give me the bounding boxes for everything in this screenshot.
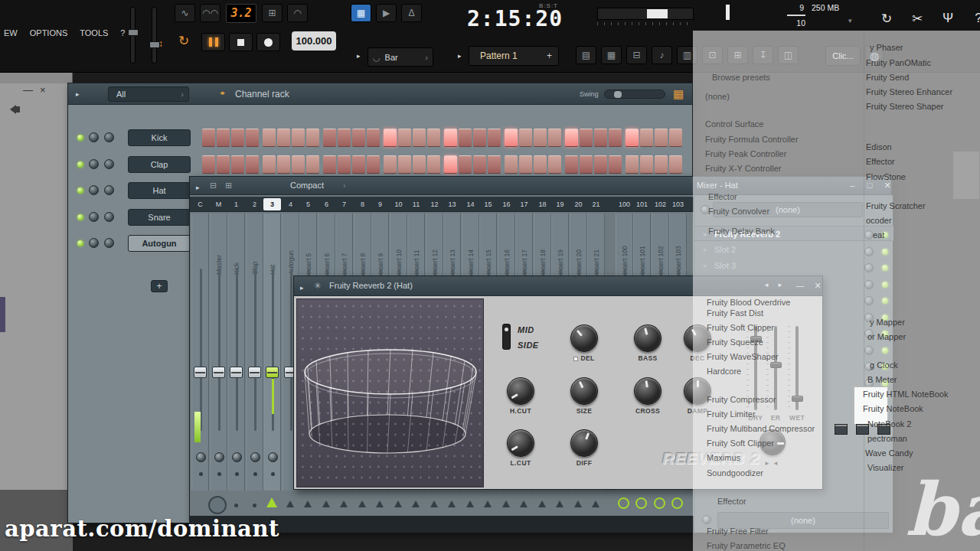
mixer-track-number-101[interactable]: 101: [633, 198, 651, 210]
step-cell[interactable]: [338, 155, 351, 174]
send-knob[interactable]: [635, 497, 647, 509]
track-arrow[interactable]: [466, 500, 474, 507]
size-knob[interactable]: [570, 377, 598, 405]
track-arrow[interactable]: [304, 500, 312, 507]
step-cell[interactable]: [548, 129, 561, 147]
pattern-arrow-icon[interactable]: ▸: [458, 52, 462, 60]
track-arrow[interactable]: [520, 500, 528, 507]
channel-volume-knob[interactable]: [104, 159, 114, 169]
plugin-menu-item[interactable]: Fruity NoteBook: [863, 404, 923, 413]
loop-record-icon[interactable]: ↻: [178, 33, 189, 49]
minimize-icon[interactable]: —: [23, 84, 40, 96]
plugin-menu-item[interactable]: Wave Candy: [865, 448, 913, 458]
tempo-display[interactable]: 100.000: [292, 31, 336, 51]
mixer-track-number-15[interactable]: 15: [479, 198, 497, 210]
channel-pan-knob[interactable]: [89, 132, 99, 142]
mixer-track-number-5[interactable]: 5: [299, 198, 317, 210]
plugin-menu-item[interactable]: Fruity Soft Clipper: [707, 323, 774, 332]
mixer-strip-C[interactable]: [191, 214, 209, 491]
step-cell[interactable]: [367, 155, 380, 174]
plugin-menu-item[interactable]: (none): [705, 92, 730, 101]
step-grid-icon[interactable]: ▦: [673, 87, 684, 101]
plugin-menu-item[interactable]: Fruity Send: [866, 73, 909, 82]
step-cell[interactable]: [306, 155, 319, 174]
step-cell[interactable]: [459, 155, 472, 174]
step-cell[interactable]: [488, 129, 501, 147]
channel-led[interactable]: [77, 214, 83, 220]
plugin-menu-item[interactable]: Fruity X-Y Controller: [705, 164, 781, 173]
plugin-menu-item[interactable]: Fruity Scratcher: [866, 201, 926, 210]
step-cell[interactable]: [565, 155, 578, 174]
strip-knob[interactable]: [250, 452, 260, 462]
close-icon[interactable]: ×: [40, 84, 53, 96]
plugin-menu-item[interactable]: Fruity Soft Clipper: [707, 439, 774, 448]
step-cell[interactable]: [217, 155, 230, 174]
step-cell[interactable]: [292, 129, 305, 147]
scissors-icon[interactable]: ✂: [908, 11, 926, 27]
lowcut-knob[interactable]: [507, 429, 534, 457]
mixer-strip-3[interactable]: Hat: [263, 214, 281, 491]
help-icon[interactable]: ?: [969, 11, 980, 27]
highcut-knob[interactable]: [507, 377, 534, 405]
step-cell[interactable]: [384, 129, 397, 147]
mixer-track-number-21[interactable]: 21: [587, 198, 605, 210]
channel-volume-knob[interactable]: [104, 185, 114, 195]
mixer-track-number-12[interactable]: 12: [426, 198, 443, 210]
window-mini-icon[interactable]: [835, 424, 848, 435]
step-cell[interactable]: [505, 155, 518, 174]
channel-led[interactable]: [77, 161, 83, 168]
channel-rack-titlebar[interactable]: ▸ All› ◂▸ Channel rack Swing ▦: [68, 83, 692, 105]
plugin-menu-item[interactable]: Fruity Parametric EQ: [707, 541, 786, 550]
step-cell[interactable]: [384, 155, 397, 174]
step-cell[interactable]: [519, 129, 532, 147]
plugin-icon[interactable]: ✳: [314, 281, 321, 291]
plugin-menu-item[interactable]: y Mapper: [870, 318, 905, 327]
channel-pan-knob[interactable]: [89, 185, 99, 195]
step-cell[interactable]: [669, 155, 682, 174]
chevron-down-icon[interactable]: ▾: [848, 17, 852, 24]
mixer-track-number-18[interactable]: 18: [534, 198, 551, 210]
step-cell[interactable]: [323, 155, 336, 174]
track-arrow[interactable]: [430, 500, 438, 507]
step-cell[interactable]: [488, 155, 501, 174]
track-arrow[interactable]: [340, 500, 348, 507]
mixer-strip-2[interactable]: Clap: [246, 214, 263, 491]
step-cell[interactable]: [609, 155, 622, 174]
plugin-menu-item[interactable]: Fruity HTML NoteBook: [863, 390, 948, 399]
channel-button-autogun[interactable]: Autogun: [128, 235, 191, 252]
track-arrow[interactable]: [322, 500, 330, 507]
step-cell[interactable]: [655, 155, 668, 174]
metronome-icon[interactable]: Δ: [401, 4, 422, 22]
plugin-menu-item[interactable]: Fruity Blood Overdrive: [707, 298, 790, 307]
record-button[interactable]: [256, 33, 280, 51]
track-arrow[interactable]: [376, 500, 384, 507]
channel-rack-icon[interactable]: ▦: [601, 46, 622, 64]
plugin-menu-item[interactable]: Fruity WaveShaper: [707, 352, 779, 361]
pulse-icon[interactable]: ∿: [175, 4, 195, 22]
step-cell[interactable]: [202, 129, 215, 147]
step-cell[interactable]: [548, 155, 561, 174]
plugin-menu-item[interactable]: B Meter: [867, 375, 897, 384]
shuffle-handle[interactable]: [647, 9, 668, 18]
mixer-track-number-103[interactable]: 103: [669, 198, 687, 210]
menu-arrow-icon[interactable]: ▸: [76, 90, 80, 98]
step-cell[interactable]: [594, 155, 607, 174]
arrow-right-icon[interactable]: ▶: [376, 4, 397, 22]
step-cell[interactable]: [202, 155, 215, 174]
mixer-track-number-2[interactable]: 2: [246, 198, 263, 210]
step-cell[interactable]: [640, 129, 653, 147]
step-cell[interactable]: [398, 155, 411, 174]
time-mode-label[interactable]: B:S:T: [539, 2, 558, 9]
plugin-menu-item[interactable]: Fruity Compressor: [707, 395, 776, 404]
step-cell[interactable]: [323, 129, 336, 147]
mic-icon[interactable]: Ψ: [939, 11, 957, 27]
diffusion-knob[interactable]: [570, 429, 598, 457]
mixer-icon[interactable]: ⊟: [626, 46, 647, 64]
bass-knob[interactable]: [634, 324, 662, 352]
step-cell[interactable]: [338, 129, 351, 147]
step-cell[interactable]: [398, 129, 411, 147]
mixer-strip-1[interactable]: Kick: [227, 214, 245, 491]
step-cell[interactable]: [534, 129, 547, 147]
plugin-menu-item[interactable]: Fruity Free Filter: [707, 527, 769, 536]
pattern-selector[interactable]: Pattern 1+: [469, 46, 559, 66]
